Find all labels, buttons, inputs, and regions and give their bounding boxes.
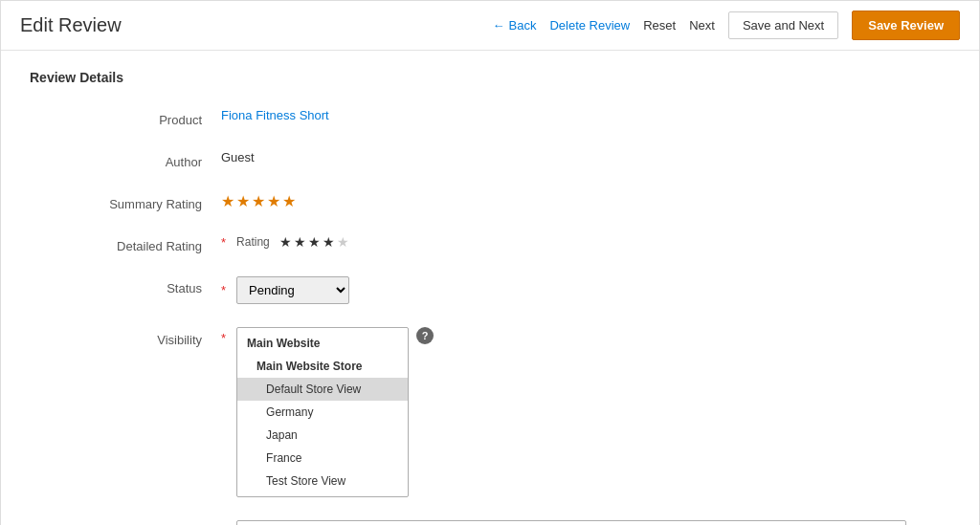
visibility-value: * Main Website Main Website Store Defaul… (221, 327, 950, 497)
section-title: Review Details (30, 70, 950, 85)
detailed-rating-value: * Rating ★ ★ ★ ★ ★ (221, 234, 950, 250)
next-button[interactable]: Next (689, 18, 715, 33)
visibility-required: * (221, 327, 226, 345)
author-row: Author Guest (30, 146, 950, 173)
france-option[interactable]: France (237, 447, 408, 470)
status-row: Status * Pending Approved Not Approved (30, 273, 950, 308)
summary-star-1: ★ (221, 192, 234, 210)
status-select[interactable]: Pending Approved Not Approved (236, 276, 349, 304)
back-arrow-icon: ← (493, 18, 505, 33)
header-actions: ← Back Delete Review Reset Next Save and… (493, 11, 961, 40)
detailed-rating-label: Detailed Rating (30, 234, 221, 253)
product-row: Product Fiona Fitness Short (30, 104, 950, 131)
email-input-wrapper (236, 520, 906, 525)
status-value: * Pending Approved Not Approved (221, 276, 950, 304)
test-store-view-option[interactable]: Test Store View (237, 470, 408, 492)
reset-button[interactable]: Reset (643, 18, 676, 33)
detail-star-2[interactable]: ★ (294, 234, 306, 250)
main-website-option[interactable]: Main Website (237, 332, 408, 355)
product-link[interactable]: Fiona Fitness Short (221, 108, 329, 122)
page-title: Edit Review (20, 14, 122, 36)
page-content: Review Details Product Fiona Fitness Sho… (1, 51, 979, 525)
visibility-row: Visibility * Main Website Main Website S… (30, 323, 950, 501)
summary-rating-value: ★ ★ ★ ★ ★ (221, 192, 950, 210)
rating-row: Rating ★ ★ ★ ★ ★ (236, 234, 349, 250)
author-value: Guest (221, 150, 950, 164)
detail-star-3[interactable]: ★ (308, 234, 321, 250)
japan-option[interactable]: Japan (237, 424, 408, 447)
germany-option[interactable]: Germany (237, 401, 408, 424)
summary-star-5: ★ (282, 192, 296, 210)
visibility-listbox[interactable]: Main Website Main Website Store Default … (236, 327, 409, 497)
detail-star-4[interactable]: ★ (323, 234, 335, 250)
save-and-next-button[interactable]: Save and Next (728, 11, 838, 39)
detailed-rating-row: Detailed Rating * Rating ★ ★ ★ ★ ★ (30, 230, 950, 257)
email-label: Email (30, 520, 221, 525)
page-header: Edit Review ← Back Delete Review Reset N… (1, 1, 979, 51)
status-label-text: Status (167, 281, 202, 295)
detailed-stars: ★ ★ ★ ★ ★ (279, 234, 349, 250)
back-button[interactable]: ← Back (493, 18, 537, 33)
summary-star-4: ★ (267, 192, 280, 210)
rating-sub-label: Rating (236, 235, 270, 249)
save-review-button[interactable]: Save Review (852, 11, 960, 40)
delete-review-button[interactable]: Delete Review (549, 18, 630, 33)
summary-star-3: ★ (252, 192, 265, 210)
product-label: Product (30, 108, 221, 127)
summary-rating-row: Summary Rating ★ ★ ★ ★ ★ (30, 188, 950, 215)
required-mark: * (221, 235, 226, 250)
email-value: * (221, 520, 950, 525)
main-website-store-option[interactable]: Main Website Store (237, 355, 408, 378)
summary-rating-label: Summary Rating (30, 192, 221, 211)
visibility-label: Visibility (30, 327, 221, 347)
detail-star-1[interactable]: ★ (279, 234, 292, 250)
status-required: * (221, 283, 226, 297)
author-label: Author (30, 150, 221, 169)
default-store-view-option[interactable]: Default Store View (237, 378, 408, 401)
detail-star-5[interactable]: ★ (337, 234, 349, 250)
author-text: Guest (221, 150, 255, 164)
product-value: Fiona Fitness Short (221, 108, 950, 122)
email-row: Email * (30, 516, 950, 525)
email-input[interactable] (236, 520, 906, 525)
summary-star-2: ★ (236, 192, 250, 210)
back-label: Back (509, 18, 537, 33)
help-icon[interactable]: ? (416, 327, 434, 344)
summary-stars: ★ ★ ★ ★ ★ (221, 192, 296, 210)
page-wrapper: Edit Review ← Back Delete Review Reset N… (0, 0, 980, 525)
status-label: Status (30, 276, 221, 295)
delete-label: Delete Review (549, 18, 630, 33)
